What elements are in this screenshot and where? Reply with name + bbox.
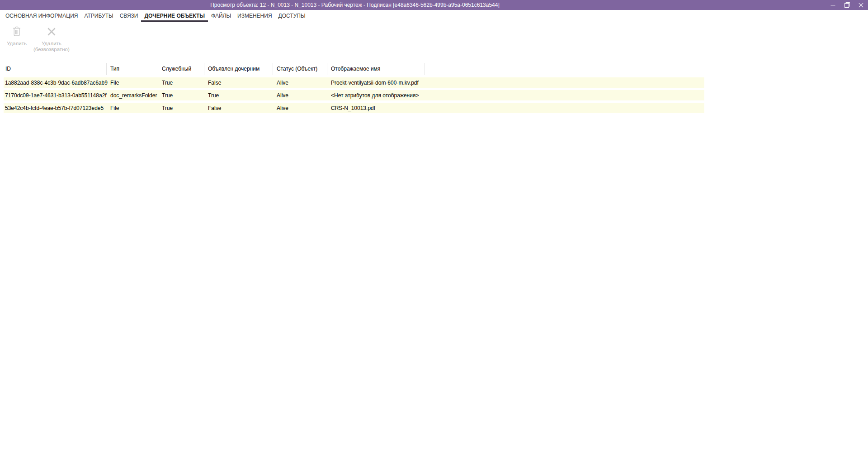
column-header-service[interactable]: Служебный — [158, 63, 204, 75]
column-header-type[interactable]: Тип — [107, 63, 158, 75]
cell-id: 1a882aad-838c-4c3b-9dac-6adb87ac6ab9 — [4, 80, 107, 86]
tab-bar: ОСНОВНАЯ ИНФОРМАЦИЯ АТРИБУТЫ СВЯЗИ ДОЧЕР… — [0, 10, 868, 22]
close-button[interactable] — [854, 0, 868, 10]
cell-service: True — [158, 92, 204, 99]
column-header-filler — [425, 63, 704, 75]
trash-icon — [11, 25, 22, 38]
cell-status: Alive — [273, 80, 327, 86]
cell-service: True — [158, 105, 204, 111]
cell-declared-child: False — [204, 80, 273, 86]
table-row[interactable]: 7170dc09-1ae7-4631-b313-0ab551148a2f doc… — [4, 90, 704, 100]
tab-access[interactable]: ДОСТУПЫ — [275, 10, 309, 22]
child-objects-table: ID Тип Служебный Объявлен дочерним Стату… — [4, 63, 704, 113]
delete-button-label: Удалить — [7, 41, 27, 47]
restore-button[interactable] — [840, 0, 854, 10]
window-controls — [826, 0, 868, 10]
cell-type: File — [107, 80, 158, 86]
column-header-display-name[interactable]: Отображаемое имя — [327, 63, 425, 75]
titlebar[interactable]: Просмотр объекта: 12 - N_0013 - N_10013 … — [0, 0, 868, 10]
cell-type: File — [107, 105, 158, 111]
cell-status: Alive — [273, 92, 327, 99]
column-header-id[interactable]: ID — [4, 63, 107, 75]
tab-main-info[interactable]: ОСНОВНАЯ ИНФОРМАЦИЯ — [2, 10, 81, 22]
cell-service: True — [158, 80, 204, 86]
cell-status: Alive — [273, 105, 327, 111]
window-title: Просмотр объекта: 12 - N_0013 - N_10013 … — [0, 0, 710, 10]
cell-type: doc_remarksFolder — [107, 92, 158, 99]
cell-display-name: Proekt-ventilyatsii-dom-600-m.kv.pdf — [327, 80, 425, 86]
cell-declared-child: True — [204, 92, 273, 99]
toolbar: Удалить Удалить (безвозвратно) — [0, 22, 868, 53]
x-icon — [47, 25, 57, 38]
cell-id: 7170dc09-1ae7-4631-b313-0ab551148a2f — [4, 92, 107, 99]
cell-declared-child: False — [204, 105, 273, 111]
minimize-icon — [830, 3, 835, 8]
column-header-status[interactable]: Статус (Объект) — [273, 63, 327, 75]
tab-attributes[interactable]: АТРИБУТЫ — [81, 10, 116, 22]
column-header-declared-child[interactable]: Объявлен дочерним — [204, 63, 273, 75]
table-row[interactable]: 53e42c4b-fcfd-4eae-b57b-f7d07123ede5 Fil… — [4, 103, 704, 113]
close-icon — [859, 3, 863, 8]
delete-button[interactable]: Удалить — [3, 24, 31, 53]
delete-permanent-label-line1: Удалить — [42, 41, 61, 47]
cell-display-name: <Нет атрибутов для отображения> — [327, 92, 425, 99]
tab-child-objects[interactable]: ДОЧЕРНИЕ ОБЪЕКТЫ — [141, 10, 208, 22]
object-view-window: Просмотр объекта: 12 - N_0013 - N_10013 … — [0, 0, 868, 467]
tab-files[interactable]: ФАЙЛЫ — [208, 10, 234, 22]
cell-display-name: CRS-N_10013.pdf — [327, 105, 425, 111]
minimize-button[interactable] — [826, 0, 840, 10]
restore-icon — [844, 2, 850, 8]
table-header-row: ID Тип Служебный Объявлен дочерним Стату… — [4, 63, 704, 75]
table-row[interactable]: 1a882aad-838c-4c3b-9dac-6adb87ac6ab9 Fil… — [4, 77, 704, 88]
delete-permanent-label-line2: (безвозвратно) — [33, 47, 70, 52]
delete-permanent-button[interactable]: Удалить (безвозвратно) — [31, 24, 72, 53]
tab-changes[interactable]: ИЗМЕНЕНИЯ — [234, 10, 275, 22]
cell-id: 53e42c4b-fcfd-4eae-b57b-f7d07123ede5 — [4, 105, 107, 111]
tab-links[interactable]: СВЯЗИ — [117, 10, 142, 22]
